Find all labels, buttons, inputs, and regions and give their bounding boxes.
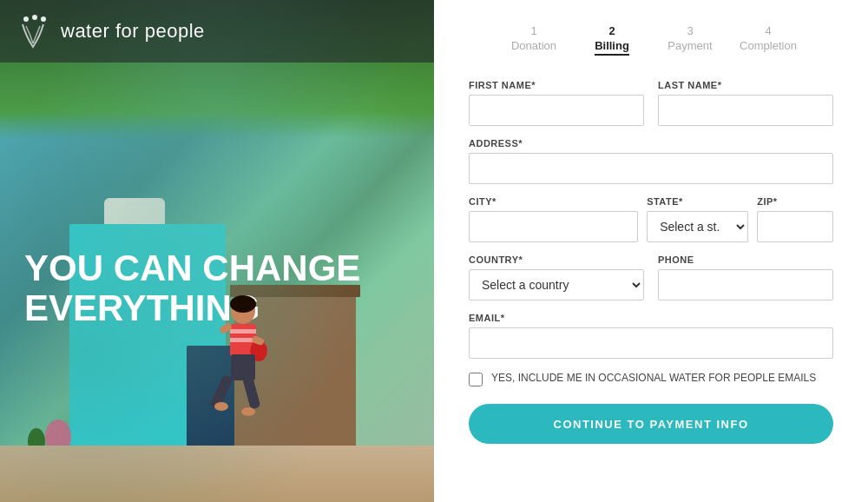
email-group: EMAIL*: [469, 313, 833, 359]
first-name-group: FIRST NAME*: [469, 80, 644, 126]
step-1-label: Donation: [511, 39, 556, 52]
city-group: CITY*: [469, 196, 638, 242]
newsletter-checkbox[interactable]: [469, 373, 483, 386]
last-name-input[interactable]: [658, 95, 833, 126]
girl-figure: [200, 292, 278, 452]
step-billing: 2 Billing: [573, 24, 651, 56]
address-row: ADDRESS*: [469, 138, 833, 184]
phone-label: PHONE: [658, 254, 833, 265]
hero-text-block: YOU CAN CHANGE EVERYTHING: [24, 248, 360, 328]
step-4-num: 4: [765, 24, 771, 37]
hero-rest: CAN CHANGE: [103, 248, 360, 288]
city-state-zip-row: CITY* STATE* Select a st. ZIP*: [469, 196, 833, 242]
country-phone-row: COUNTRY* Select a country PHONE: [469, 254, 833, 301]
svg-point-15: [41, 17, 46, 22]
step-1-num: 1: [530, 24, 536, 37]
logo-icon: [17, 10, 49, 52]
svg-point-13: [23, 17, 29, 22]
first-name-label: FIRST NAME*: [469, 80, 644, 90]
svg-point-14: [32, 15, 37, 20]
address-label: ADDRESS*: [469, 138, 833, 149]
email-row: EMAIL*: [469, 313, 833, 359]
email-label: EMAIL*: [469, 313, 833, 323]
brand-name: water for people: [61, 20, 205, 43]
name-row: FIRST NAME* LAST NAME*: [469, 80, 833, 126]
step-4-label: Completion: [740, 39, 797, 52]
zip-group: ZIP*: [757, 196, 833, 242]
last-name-group: LAST NAME*: [658, 80, 833, 126]
address-input[interactable]: [469, 153, 833, 184]
svg-point-12: [241, 407, 255, 416]
step-completion: 4 Completion: [729, 24, 807, 56]
state-label: STATE*: [647, 196, 748, 207]
phone-input[interactable]: [658, 269, 833, 301]
svg-point-1: [230, 295, 256, 313]
hero-line2: EVERYTHING: [24, 288, 360, 328]
zip-input[interactable]: [757, 211, 833, 242]
form-panel: 1 Donation 2 Billing 3 Payment 4 Complet…: [434, 0, 868, 502]
continue-button[interactable]: CONTINUE TO PAYMENT INFO: [469, 404, 833, 444]
brand-header: water for people: [0, 0, 434, 63]
svg-point-11: [214, 402, 228, 411]
zip-label: ZIP*: [757, 196, 833, 207]
country-group: COUNTRY* Select a country: [469, 254, 644, 301]
newsletter-row: YES, INCLUDE ME IN OCCASIONAL WATER FOR …: [469, 371, 833, 386]
state-select[interactable]: Select a st.: [647, 211, 748, 242]
country-select[interactable]: Select a country: [469, 269, 644, 301]
country-label: COUNTRY*: [469, 254, 644, 265]
last-name-label: LAST NAME*: [658, 80, 833, 90]
step-3-label: Payment: [667, 39, 712, 52]
hero-panel: water for people YOU CAN CHANGE EVERYTHI…: [0, 0, 434, 502]
email-input[interactable]: [469, 327, 833, 359]
phone-group: PHONE: [658, 254, 833, 301]
newsletter-label: YES, INCLUDE ME IN OCCASIONAL WATER FOR …: [491, 371, 816, 386]
step-2-label: Billing: [595, 39, 629, 56]
city-label: CITY*: [469, 196, 638, 207]
step-donation: 1 Donation: [495, 24, 573, 56]
address-group: ADDRESS*: [469, 138, 833, 184]
step-3-num: 3: [687, 24, 693, 37]
hero-you: YOU: [24, 248, 103, 288]
step-2-num: 2: [608, 24, 615, 37]
progress-steps: 1 Donation 2 Billing 3 Payment 4 Complet…: [469, 24, 833, 56]
first-name-input[interactable]: [469, 95, 644, 126]
svg-rect-3: [230, 329, 256, 334]
step-payment: 3 Payment: [651, 24, 729, 56]
state-group: STATE* Select a st.: [647, 196, 748, 242]
city-input[interactable]: [469, 211, 638, 242]
svg-rect-10: [241, 372, 260, 410]
